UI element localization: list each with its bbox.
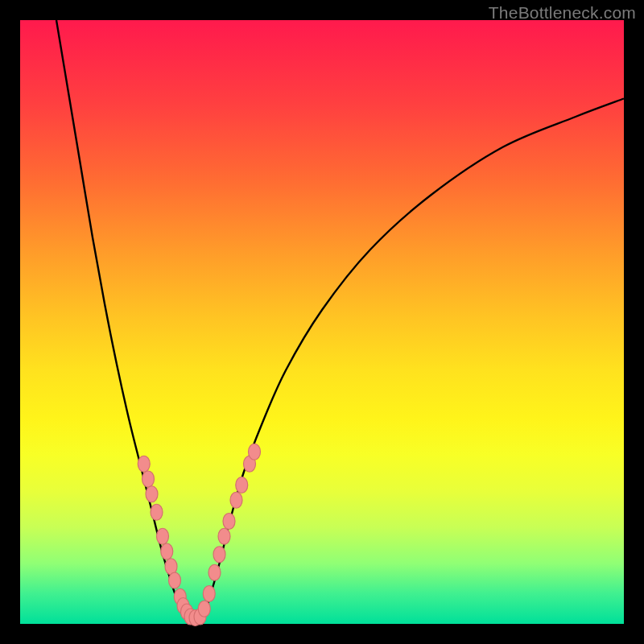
chart-frame: TheBottleneck.com	[0, 0, 644, 644]
data-marker	[142, 471, 155, 487]
data-marker	[198, 601, 210, 617]
data-marker	[223, 514, 235, 530]
curve-svg	[20, 20, 624, 624]
data-marker	[249, 444, 261, 460]
right-branch-path	[201, 99, 624, 625]
data-marker	[138, 456, 150, 472]
data-marker	[169, 572, 181, 588]
data-marker	[208, 564, 221, 580]
plot-area	[20, 20, 624, 624]
marker-group	[138, 444, 260, 625]
data-marker	[157, 528, 169, 544]
data-marker	[213, 547, 225, 563]
data-marker	[161, 543, 173, 559]
data-marker	[236, 477, 248, 493]
data-marker	[203, 586, 215, 602]
data-marker	[146, 486, 158, 502]
data-marker	[230, 492, 242, 508]
data-marker	[218, 528, 230, 544]
data-marker	[151, 504, 163, 520]
watermark-text: TheBottleneck.com	[489, 3, 636, 23]
left-branch-path	[56, 20, 189, 624]
